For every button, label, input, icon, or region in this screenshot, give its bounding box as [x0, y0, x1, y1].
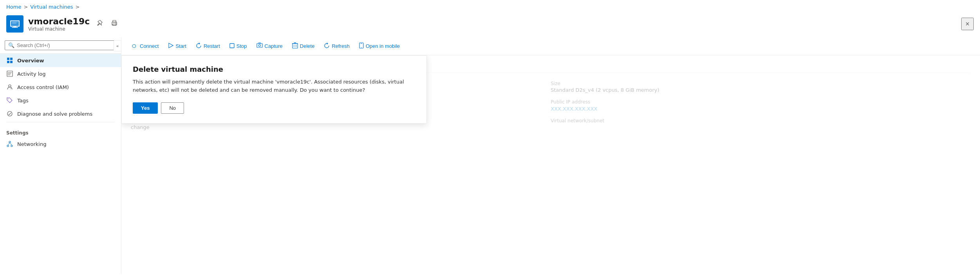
open-mobile-button[interactable]: Open in mobile [355, 40, 404, 52]
search-icon: 🔍 [8, 42, 14, 48]
svg-rect-13 [10, 58, 13, 60]
refresh-button[interactable]: Refresh [320, 41, 354, 52]
breadcrumb-home[interactable]: Home [6, 4, 21, 10]
sidebar-item-diagnose[interactable]: Diagnose and solve problems [0, 107, 121, 120]
svg-marker-28 [169, 43, 173, 48]
sidebar-item-networking-label: Networking [17, 141, 46, 147]
svg-rect-7 [12, 24, 17, 24]
breadcrumb-sep2: > [76, 4, 80, 10]
connect-icon [132, 42, 138, 50]
svg-line-26 [8, 143, 10, 145]
start-icon [168, 43, 173, 49]
svg-rect-30 [257, 44, 262, 47]
svg-rect-5 [12, 22, 18, 22]
svg-point-20 [9, 85, 11, 87]
capture-icon [256, 42, 263, 50]
vm-subtitle: Virtual machine [28, 26, 90, 32]
capture-button[interactable]: Capture [253, 40, 287, 52]
content-area: Connect Start Restart [121, 37, 980, 274]
svg-rect-14 [7, 61, 9, 63]
sidebar-item-diagnose-label: Diagnose and solve problems [17, 111, 92, 117]
collapse-button[interactable]: « [114, 40, 121, 51]
delete-button[interactable]: Delete [288, 40, 319, 52]
print-icon[interactable] [109, 18, 119, 30]
stop-icon [229, 43, 235, 49]
toolbar: Connect Start Restart [121, 37, 980, 55]
access-icon [6, 84, 13, 91]
dialog-overlay: Delete virtual machine This action will … [121, 55, 980, 274]
svg-point-22 [7, 111, 12, 116]
main-layout: 🔍 « Overview [0, 37, 980, 274]
search-input[interactable] [17, 42, 113, 48]
svg-point-21 [8, 98, 9, 99]
tags-icon [6, 97, 13, 104]
dialog-title: Delete virtual machine [133, 65, 415, 73]
vm-icon [6, 15, 23, 33]
sidebar-item-access-control[interactable]: Access control (IAM) [0, 80, 121, 94]
dialog-yes-button[interactable]: Yes [133, 102, 158, 114]
restart-icon [196, 43, 202, 50]
stop-button[interactable]: Stop [226, 41, 251, 51]
svg-rect-3 [12, 27, 18, 28]
networking-icon [6, 140, 13, 147]
connect-label: Connect [140, 43, 159, 49]
svg-point-23 [9, 141, 11, 143]
close-button[interactable]: × [961, 18, 974, 30]
svg-point-11 [116, 23, 116, 24]
start-button[interactable]: Start [164, 41, 190, 51]
breadcrumb-sep1: > [23, 4, 28, 10]
restart-label: Restart [204, 43, 220, 49]
mobile-icon [359, 42, 364, 50]
vm-name: vmoracle19c [28, 16, 90, 26]
dialog-buttons: Yes No [133, 102, 415, 114]
settings-section-label: Settings [0, 124, 121, 137]
sidebar-item-networking[interactable]: Networking [0, 137, 121, 151]
svg-rect-32 [258, 43, 261, 44]
start-label: Start [175, 43, 186, 49]
stop-label: Stop [236, 43, 247, 49]
open-mobile-label: Open in mobile [366, 43, 400, 49]
sidebar-item-activity-log[interactable]: Activity log [0, 67, 121, 80]
sidebar-item-activity-log-label: Activity log [17, 71, 46, 77]
svg-rect-6 [12, 23, 16, 23]
vm-title-block: vmoracle19c Virtual machine [28, 16, 90, 32]
breadcrumb-vms[interactable]: Virtual machines [30, 4, 73, 10]
sidebar-item-tags-label: Tags [17, 98, 29, 104]
sidebar-item-overview-label: Overview [17, 58, 44, 64]
svg-rect-12 [7, 58, 9, 60]
vm-header: vmoracle19c Virtual machine × [0, 14, 980, 37]
sidebar: 🔍 « Overview [0, 37, 121, 274]
settings-divider [6, 122, 115, 122]
delete-label: Delete [300, 43, 315, 49]
search-input-wrapper: 🔍 [5, 40, 116, 50]
dialog-no-button[interactable]: No [161, 102, 184, 114]
sidebar-item-access-label: Access control (IAM) [17, 84, 69, 90]
svg-rect-10 [113, 24, 116, 25]
svg-point-31 [258, 45, 260, 47]
overview-icon [6, 57, 13, 64]
pin-icon[interactable] [94, 18, 105, 30]
sidebar-item-tags[interactable]: Tags [0, 94, 121, 107]
capture-label: Capture [265, 43, 283, 49]
svg-rect-29 [230, 44, 234, 48]
delete-icon [292, 42, 298, 50]
svg-point-25 [11, 145, 13, 147]
restart-button[interactable]: Restart [192, 41, 224, 52]
svg-line-27 [10, 143, 12, 145]
svg-point-40 [361, 47, 362, 48]
refresh-icon [324, 43, 330, 50]
sidebar-search-container: 🔍 [0, 37, 121, 54]
activity-icon [6, 70, 13, 77]
diagnose-icon [6, 110, 13, 117]
sidebar-item-overview[interactable]: Overview [0, 54, 121, 67]
svg-point-24 [7, 145, 9, 147]
svg-rect-15 [10, 61, 13, 63]
content-body: Delete virtual machine This action will … [121, 55, 980, 274]
breadcrumb: Home > Virtual machines > [0, 0, 980, 14]
dialog-body: This action will permanently delete the … [133, 78, 415, 95]
connect-button[interactable]: Connect [128, 40, 162, 52]
svg-rect-4 [13, 26, 16, 27]
svg-rect-33 [292, 44, 298, 48]
refresh-label: Refresh [332, 43, 350, 49]
delete-dialog: Delete virtual machine This action will … [121, 55, 427, 124]
